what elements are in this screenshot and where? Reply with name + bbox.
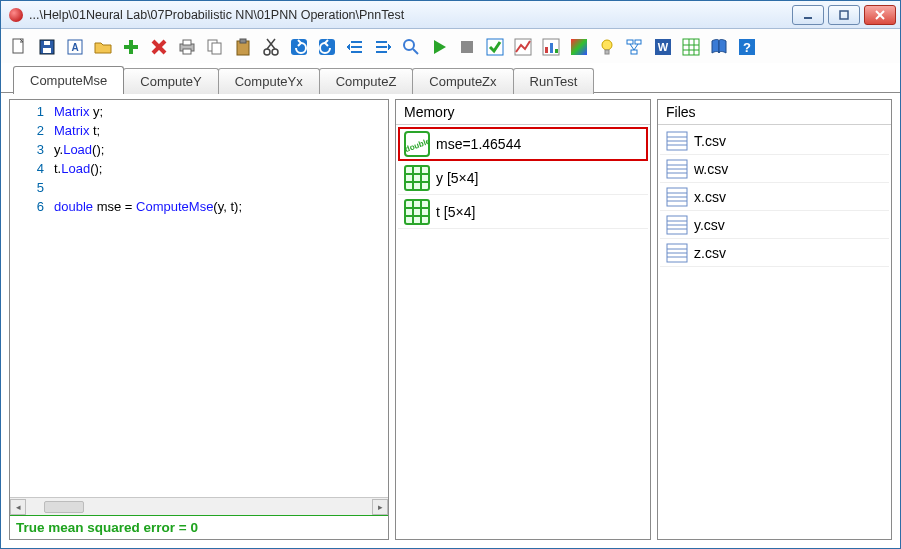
close-button[interactable] xyxy=(864,5,896,25)
svg-rect-36 xyxy=(461,41,473,53)
help-button[interactable]: ? xyxy=(735,35,759,59)
bulb-button[interactable] xyxy=(595,35,619,59)
svg-rect-20 xyxy=(240,39,246,43)
tab-computemse[interactable]: ComputeMse xyxy=(13,66,124,94)
chart-bars-button[interactable] xyxy=(539,35,563,59)
check-button[interactable] xyxy=(483,35,507,59)
titlebar: ...\Help\01Neural Lab\07Probabilistic NN… xyxy=(1,1,900,29)
file-item[interactable]: x.csv xyxy=(660,183,889,211)
new-button[interactable] xyxy=(7,35,31,59)
scroll-thumb[interactable] xyxy=(44,501,84,513)
stop-icon xyxy=(457,37,477,57)
code-line: Matrix y; xyxy=(54,102,388,121)
files-header: Files xyxy=(658,100,891,125)
svg-rect-18 xyxy=(212,43,221,54)
find-icon xyxy=(401,37,421,57)
close-icon xyxy=(874,9,886,21)
file-item-label: z.csv xyxy=(694,245,726,261)
open-button[interactable] xyxy=(91,35,115,59)
window-buttons xyxy=(792,5,896,25)
matrix-icon xyxy=(404,199,430,225)
maximize-button[interactable] xyxy=(828,5,860,25)
scroll-left-arrow[interactable]: ◂ xyxy=(10,499,26,515)
stop-button[interactable] xyxy=(455,35,479,59)
tab-computez[interactable]: ComputeZ xyxy=(319,68,414,94)
code-pane: 123456 Matrix y;Matrix t;y.Load();t.Load… xyxy=(9,99,389,540)
print-button[interactable] xyxy=(175,35,199,59)
find-button[interactable] xyxy=(399,35,423,59)
code-line xyxy=(54,178,388,197)
file-item[interactable]: T.csv xyxy=(660,127,889,155)
svg-rect-7 xyxy=(44,41,50,45)
file-item[interactable]: y.csv xyxy=(660,211,889,239)
svg-point-33 xyxy=(404,40,414,50)
paste-icon xyxy=(233,37,253,57)
main-area: 123456 Matrix y;Matrix t;y.Load();t.Load… xyxy=(1,93,900,548)
add-button[interactable] xyxy=(119,35,143,59)
tab-computezx[interactable]: ComputeZx xyxy=(412,68,513,94)
svg-line-34 xyxy=(413,49,418,54)
status-line: True mean squared error = 0 xyxy=(10,515,388,539)
excel-button[interactable] xyxy=(679,35,703,59)
memory-item[interactable]: doublemse=1.46544 xyxy=(398,127,648,161)
file-item-label: T.csv xyxy=(694,133,726,149)
file-icon xyxy=(666,131,688,151)
svg-rect-6 xyxy=(43,48,51,53)
svg-point-44 xyxy=(602,40,612,50)
tree-button[interactable] xyxy=(623,35,647,59)
files-list: T.csvw.csvx.csvy.csvz.csv xyxy=(658,125,891,269)
file-icon xyxy=(666,187,688,207)
chart-line-button[interactable] xyxy=(511,35,535,59)
paste-button[interactable] xyxy=(231,35,255,59)
file-item[interactable]: z.csv xyxy=(660,239,889,267)
code-line: Matrix t; xyxy=(54,121,388,140)
cut-button[interactable] xyxy=(259,35,283,59)
file-icon xyxy=(666,159,688,179)
svg-rect-47 xyxy=(635,40,641,44)
memory-item[interactable]: y [5×4] xyxy=(398,161,648,195)
save-all-icon: A xyxy=(65,37,85,57)
tab-computeyx[interactable]: ComputeYx xyxy=(218,68,320,94)
horizontal-scrollbar[interactable]: ◂ ▸ xyxy=(10,497,388,515)
chart-line-icon xyxy=(513,37,533,57)
tab-runtest[interactable]: RunTest xyxy=(513,68,595,94)
undo-button[interactable] xyxy=(287,35,311,59)
svg-rect-16 xyxy=(183,49,191,54)
line-gutter: 123456 xyxy=(10,102,54,497)
svg-text:?: ? xyxy=(743,40,751,55)
svg-rect-45 xyxy=(605,50,609,54)
tabstrip: ComputeMseComputeYComputeYxComputeZCompu… xyxy=(1,63,900,93)
book-button[interactable] xyxy=(707,35,731,59)
copy-icon xyxy=(205,37,225,57)
svg-point-22 xyxy=(272,49,278,55)
tab-computey[interactable]: ComputeY xyxy=(123,68,218,94)
outdent-button[interactable] xyxy=(343,35,367,59)
scroll-right-arrow[interactable]: ▸ xyxy=(372,499,388,515)
delete-button[interactable] xyxy=(147,35,171,59)
gradient-icon xyxy=(569,37,589,57)
save-button[interactable] xyxy=(35,35,59,59)
file-item[interactable]: w.csv xyxy=(660,155,889,183)
svg-text:A: A xyxy=(71,42,78,53)
add-icon xyxy=(121,37,141,57)
help-icon: ? xyxy=(737,37,757,57)
code-line: double mse = ComputeMse(y, t); xyxy=(54,197,388,216)
gradient-button[interactable] xyxy=(567,35,591,59)
run-button[interactable] xyxy=(427,35,451,59)
maximize-icon xyxy=(838,9,850,21)
indent-button[interactable] xyxy=(371,35,395,59)
memory-item[interactable]: t [5×4] xyxy=(398,195,648,229)
file-icon xyxy=(666,215,688,235)
code-editor[interactable]: 123456 Matrix y;Matrix t;y.Load();t.Load… xyxy=(10,100,388,497)
copy-button[interactable] xyxy=(203,35,227,59)
word-button[interactable]: W xyxy=(651,35,675,59)
line-number: 3 xyxy=(10,140,44,159)
print-icon xyxy=(177,37,197,57)
save-all-button[interactable]: A xyxy=(63,35,87,59)
redo-button[interactable] xyxy=(315,35,339,59)
svg-line-50 xyxy=(634,44,638,50)
minimize-button[interactable] xyxy=(792,5,824,25)
file-item-label: x.csv xyxy=(694,189,726,205)
line-number: 5 xyxy=(10,178,44,197)
memory-item-label: t [5×4] xyxy=(436,204,475,220)
